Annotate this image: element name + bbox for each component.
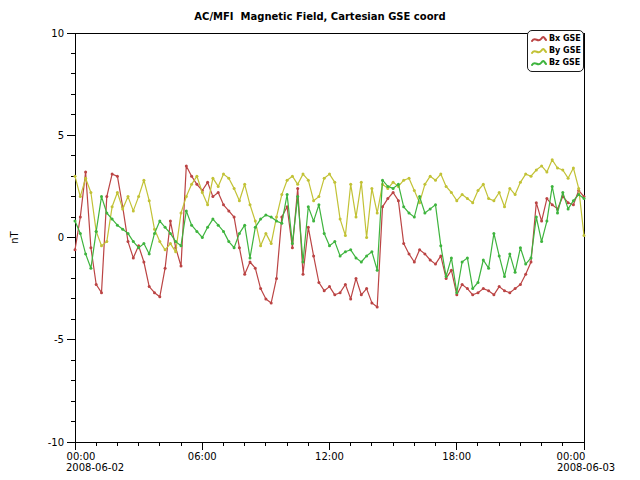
- svg-text:06:00: 06:00: [188, 451, 217, 462]
- plot-window: AC/MFI Magnetic Field, Cartesian GSE coo…: [0, 0, 640, 480]
- svg-text:0: 0: [58, 232, 64, 243]
- svg-text:5: 5: [58, 130, 64, 141]
- svg-text:00:00: 00:00: [557, 451, 586, 462]
- svg-text:-10: -10: [48, 437, 64, 448]
- legend-line-icon: [531, 35, 547, 44]
- legend-line-icon: [531, 59, 547, 68]
- legend-item-bz: Bz GSE: [531, 57, 581, 69]
- legend-item-by: By GSE: [531, 45, 581, 57]
- svg-text:12:00: 12:00: [315, 451, 344, 462]
- legend-label: Bx GSE: [549, 33, 581, 45]
- svg-text:18:00: 18:00: [442, 451, 471, 462]
- legend-line-icon: [531, 47, 547, 56]
- chart-canvas: -10-5051000:0006:0012:0018:0000:00nT: [0, 0, 640, 480]
- svg-text:10: 10: [51, 28, 64, 39]
- x-axis-date-left: 2008-06-02: [66, 462, 124, 473]
- legend-label: Bz GSE: [549, 57, 580, 69]
- svg-text:nT: nT: [9, 230, 20, 243]
- svg-text:00:00: 00:00: [67, 451, 96, 462]
- x-axis-date-right: 2008-06-03: [557, 462, 615, 473]
- legend-label: By GSE: [549, 45, 581, 57]
- legend-item-bx: Bx GSE: [531, 33, 581, 45]
- chart-legend: Bx GSE By GSE Bz GSE: [527, 30, 584, 72]
- svg-text:-5: -5: [54, 334, 64, 345]
